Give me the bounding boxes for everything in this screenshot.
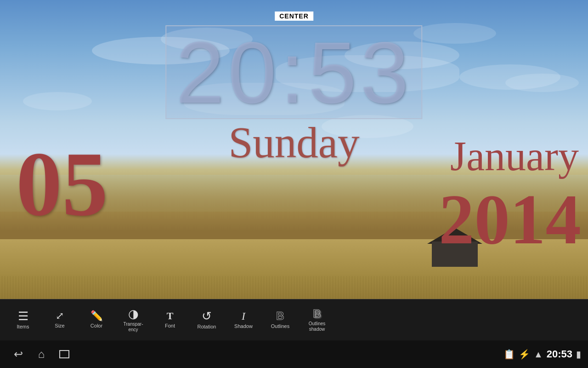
shadow-icon: I bbox=[242, 310, 245, 322]
rotation-label: Rotation bbox=[198, 324, 216, 330]
toolbar-color[interactable]: ✏️ Color bbox=[78, 302, 115, 339]
home-button[interactable]: ⌂ bbox=[30, 343, 53, 366]
position-label: CENTER bbox=[275, 12, 313, 21]
year-display: 2014 bbox=[439, 184, 581, 255]
outlines-shadow-label: Outlinesshadow bbox=[309, 321, 326, 332]
color-label: Color bbox=[90, 323, 102, 329]
back-button[interactable]: ↩ bbox=[7, 343, 30, 366]
transparency-icon: ◑ bbox=[128, 308, 139, 320]
toolbar-outlines[interactable]: B Outlines bbox=[262, 302, 299, 339]
toolbar-rotation[interactable]: ↺ Rotation bbox=[188, 302, 225, 339]
items-icon: ☰ bbox=[18, 310, 28, 322]
day-number-display: 05 bbox=[16, 138, 108, 230]
status-bar-right: 📋 ⚡ ▲ 20:53 ▮ bbox=[503, 348, 581, 360]
system-bar: ↩ ⌂ 📋 ⚡ ▲ 20:53 ▮ bbox=[0, 340, 588, 368]
outlines-shadow-icon: B bbox=[313, 308, 321, 319]
toolbar-shadow[interactable]: I Shadow bbox=[225, 302, 262, 339]
items-label: Items bbox=[17, 324, 29, 330]
notification-icon: 📋 bbox=[503, 349, 515, 360]
system-time: 20:53 bbox=[547, 348, 572, 360]
shadow-label: Shadow bbox=[234, 323, 253, 329]
day-name-display: Sunday bbox=[229, 117, 360, 168]
wifi-icon: ▲ bbox=[534, 349, 543, 360]
size-label: Size bbox=[55, 323, 64, 329]
font-label: Font bbox=[165, 323, 175, 329]
recents-icon bbox=[59, 350, 69, 358]
recents-button[interactable] bbox=[53, 343, 76, 366]
home-icon: ⌂ bbox=[38, 348, 45, 361]
toolbar-outlines-shadow[interactable]: B Outlinesshadow bbox=[299, 302, 335, 339]
toolbar-transparency[interactable]: ◑ Transpar-ency bbox=[115, 302, 152, 339]
size-icon: ⤢ bbox=[56, 311, 64, 321]
outlines-label: Outlines bbox=[271, 323, 289, 329]
clock-widget[interactable]: 20:53 bbox=[165, 25, 422, 119]
toolbar-items[interactable]: ☰ Items bbox=[5, 302, 41, 339]
color-icon: ✏️ bbox=[90, 311, 103, 321]
month-name-display: January bbox=[450, 136, 579, 177]
back-icon: ↩ bbox=[14, 348, 23, 361]
usb-icon: ⚡ bbox=[519, 349, 530, 360]
transparency-label: Transpar-ency bbox=[124, 322, 143, 333]
outlines-icon: B bbox=[276, 310, 284, 322]
clock-time-display: 20:53 bbox=[175, 29, 412, 116]
battery-icon: ▮ bbox=[576, 349, 581, 360]
toolbar-font[interactable]: T Font bbox=[152, 302, 188, 339]
toolbar-size[interactable]: ⤢ Size bbox=[41, 302, 78, 339]
font-icon: T bbox=[167, 311, 174, 321]
toolbar: ☰ Items ⤢ Size ✏️ Color ◑ Transpar-ency … bbox=[0, 299, 588, 340]
rotation-icon: ↺ bbox=[202, 310, 212, 322]
